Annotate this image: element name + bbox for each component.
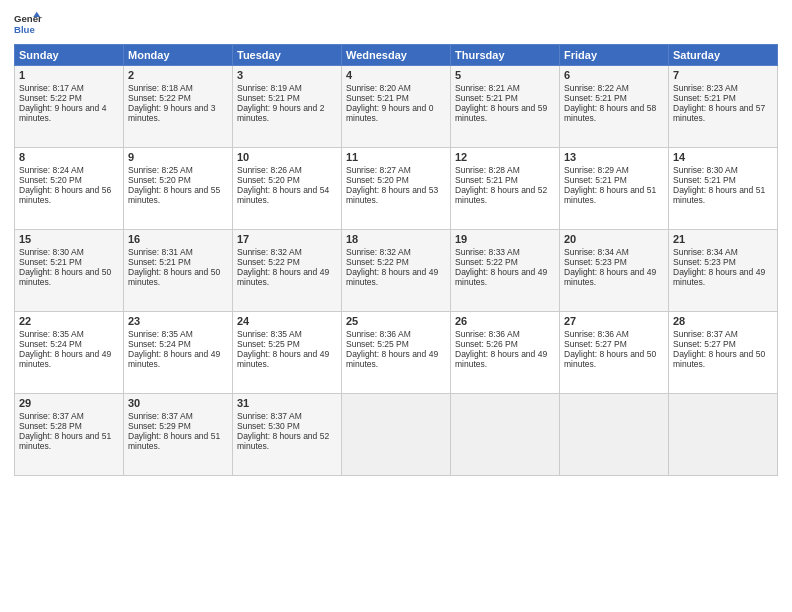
- day-cell: 27Sunrise: 8:36 AMSunset: 5:27 PMDayligh…: [560, 312, 669, 394]
- daylight-label: Daylight: 8 hours and 51 minutes.: [564, 185, 656, 205]
- day-cell: 9Sunrise: 8:25 AMSunset: 5:20 PMDaylight…: [124, 148, 233, 230]
- day-number: 30: [128, 397, 228, 409]
- day-cell: 14Sunrise: 8:30 AMSunset: 5:21 PMDayligh…: [669, 148, 778, 230]
- day-number: 29: [19, 397, 119, 409]
- day-number: 10: [237, 151, 337, 163]
- daylight-label: Daylight: 9 hours and 2 minutes.: [237, 103, 324, 123]
- day-cell: [451, 394, 560, 476]
- day-number: 28: [673, 315, 773, 327]
- daylight-label: Daylight: 8 hours and 52 minutes.: [455, 185, 547, 205]
- sunrise: Sunrise: 8:34 AM: [564, 247, 629, 257]
- day-number: 12: [455, 151, 555, 163]
- day-number: 16: [128, 233, 228, 245]
- daylight-label: Daylight: 9 hours and 3 minutes.: [128, 103, 215, 123]
- sunrise: Sunrise: 8:32 AM: [346, 247, 411, 257]
- day-cell: 2Sunrise: 8:18 AMSunset: 5:22 PMDaylight…: [124, 66, 233, 148]
- sunset: Sunset: 5:29 PM: [128, 421, 191, 431]
- day-cell: 24Sunrise: 8:35 AMSunset: 5:25 PMDayligh…: [233, 312, 342, 394]
- sunrise: Sunrise: 8:23 AM: [673, 83, 738, 93]
- sunrise: Sunrise: 8:34 AM: [673, 247, 738, 257]
- day-cell: 7Sunrise: 8:23 AMSunset: 5:21 PMDaylight…: [669, 66, 778, 148]
- sunset: Sunset: 5:21 PM: [237, 93, 300, 103]
- day-number: 5: [455, 69, 555, 81]
- sunset: Sunset: 5:21 PM: [564, 93, 627, 103]
- day-number: 25: [346, 315, 446, 327]
- week-row-5: 29Sunrise: 8:37 AMSunset: 5:28 PMDayligh…: [15, 394, 778, 476]
- sunrise: Sunrise: 8:35 AM: [237, 329, 302, 339]
- daylight-label: Daylight: 8 hours and 49 minutes.: [346, 349, 438, 369]
- sunrise: Sunrise: 8:36 AM: [455, 329, 520, 339]
- sunset: Sunset: 5:20 PM: [128, 175, 191, 185]
- week-row-1: 1Sunrise: 8:17 AMSunset: 5:22 PMDaylight…: [15, 66, 778, 148]
- daylight-label: Daylight: 8 hours and 49 minutes.: [455, 349, 547, 369]
- sunset: Sunset: 5:21 PM: [673, 93, 736, 103]
- day-cell: [342, 394, 451, 476]
- sunset: Sunset: 5:23 PM: [673, 257, 736, 267]
- day-cell: 17Sunrise: 8:32 AMSunset: 5:22 PMDayligh…: [233, 230, 342, 312]
- sunrise: Sunrise: 8:33 AM: [455, 247, 520, 257]
- sunrise: Sunrise: 8:28 AM: [455, 165, 520, 175]
- day-number: 6: [564, 69, 664, 81]
- sunrise: Sunrise: 8:25 AM: [128, 165, 193, 175]
- sunset: Sunset: 5:21 PM: [19, 257, 82, 267]
- sunset: Sunset: 5:22 PM: [455, 257, 518, 267]
- sunrise: Sunrise: 8:32 AM: [237, 247, 302, 257]
- week-row-2: 8Sunrise: 8:24 AMSunset: 5:20 PMDaylight…: [15, 148, 778, 230]
- sunset: Sunset: 5:24 PM: [128, 339, 191, 349]
- week-row-3: 15Sunrise: 8:30 AMSunset: 5:21 PMDayligh…: [15, 230, 778, 312]
- daylight-label: Daylight: 8 hours and 58 minutes.: [564, 103, 656, 123]
- day-cell: 3Sunrise: 8:19 AMSunset: 5:21 PMDaylight…: [233, 66, 342, 148]
- sunrise: Sunrise: 8:24 AM: [19, 165, 84, 175]
- sunset: Sunset: 5:21 PM: [455, 93, 518, 103]
- daylight-label: Daylight: 8 hours and 54 minutes.: [237, 185, 329, 205]
- sunset: Sunset: 5:22 PM: [19, 93, 82, 103]
- day-cell: 8Sunrise: 8:24 AMSunset: 5:20 PMDaylight…: [15, 148, 124, 230]
- sunset: Sunset: 5:28 PM: [19, 421, 82, 431]
- sunset: Sunset: 5:22 PM: [128, 93, 191, 103]
- day-cell: 31Sunrise: 8:37 AMSunset: 5:30 PMDayligh…: [233, 394, 342, 476]
- sunrise: Sunrise: 8:36 AM: [564, 329, 629, 339]
- weekday-header-monday: Monday: [124, 45, 233, 66]
- day-cell: 26Sunrise: 8:36 AMSunset: 5:26 PMDayligh…: [451, 312, 560, 394]
- sunrise: Sunrise: 8:26 AM: [237, 165, 302, 175]
- sunrise: Sunrise: 8:17 AM: [19, 83, 84, 93]
- sunset: Sunset: 5:24 PM: [19, 339, 82, 349]
- day-cell: [560, 394, 669, 476]
- sunset: Sunset: 5:25 PM: [237, 339, 300, 349]
- sunrise: Sunrise: 8:36 AM: [346, 329, 411, 339]
- svg-text:Blue: Blue: [14, 24, 35, 35]
- daylight-label: Daylight: 8 hours and 57 minutes.: [673, 103, 765, 123]
- week-row-4: 22Sunrise: 8:35 AMSunset: 5:24 PMDayligh…: [15, 312, 778, 394]
- day-number: 9: [128, 151, 228, 163]
- day-cell: 30Sunrise: 8:37 AMSunset: 5:29 PMDayligh…: [124, 394, 233, 476]
- daylight-label: Daylight: 8 hours and 49 minutes.: [455, 267, 547, 287]
- day-number: 31: [237, 397, 337, 409]
- daylight-label: Daylight: 8 hours and 49 minutes.: [346, 267, 438, 287]
- daylight-label: Daylight: 8 hours and 51 minutes.: [128, 431, 220, 451]
- daylight-label: Daylight: 8 hours and 49 minutes.: [19, 349, 111, 369]
- day-number: 17: [237, 233, 337, 245]
- logo-icon: General Blue: [14, 10, 42, 38]
- sunrise: Sunrise: 8:37 AM: [673, 329, 738, 339]
- sunrise: Sunrise: 8:22 AM: [564, 83, 629, 93]
- daylight-label: Daylight: 8 hours and 52 minutes.: [237, 431, 329, 451]
- weekday-header-thursday: Thursday: [451, 45, 560, 66]
- daylight-label: Daylight: 8 hours and 50 minutes.: [19, 267, 111, 287]
- sunrise: Sunrise: 8:35 AM: [128, 329, 193, 339]
- sunrise: Sunrise: 8:29 AM: [564, 165, 629, 175]
- sunset: Sunset: 5:20 PM: [346, 175, 409, 185]
- day-number: 3: [237, 69, 337, 81]
- daylight-label: Daylight: 8 hours and 50 minutes.: [128, 267, 220, 287]
- logo: General Blue: [14, 10, 42, 38]
- day-number: 21: [673, 233, 773, 245]
- sunset: Sunset: 5:27 PM: [564, 339, 627, 349]
- daylight-label: Daylight: 8 hours and 53 minutes.: [346, 185, 438, 205]
- day-number: 24: [237, 315, 337, 327]
- daylight-label: Daylight: 8 hours and 56 minutes.: [19, 185, 111, 205]
- day-cell: 28Sunrise: 8:37 AMSunset: 5:27 PMDayligh…: [669, 312, 778, 394]
- day-number: 15: [19, 233, 119, 245]
- day-number: 8: [19, 151, 119, 163]
- sunrise: Sunrise: 8:27 AM: [346, 165, 411, 175]
- day-cell: 13Sunrise: 8:29 AMSunset: 5:21 PMDayligh…: [560, 148, 669, 230]
- sunrise: Sunrise: 8:31 AM: [128, 247, 193, 257]
